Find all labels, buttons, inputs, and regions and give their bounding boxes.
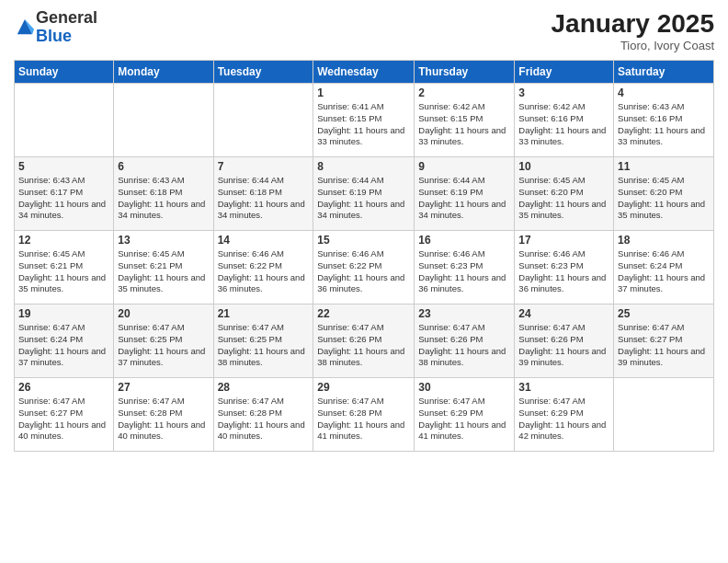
day-info: Sunrise: 6:46 AM Sunset: 6:23 PM Dayligh… [418,248,510,295]
day-info: Sunrise: 6:47 AM Sunset: 6:28 PM Dayligh… [118,396,209,442]
day-cell: 5Sunrise: 6:43 AM Sunset: 6:17 PM Daylig… [15,157,114,231]
day-cell: 4Sunrise: 6:43 AM Sunset: 6:16 PM Daylig… [614,84,714,157]
day-cell: 22Sunrise: 6:47 AM Sunset: 6:26 PM Dayli… [313,304,415,378]
day-cell: 20Sunrise: 6:47 AM Sunset: 6:25 PM Dayli… [114,304,213,378]
day-cell: 17Sunrise: 6:46 AM Sunset: 6:23 PM Dayli… [515,231,614,304]
day-number: 12 [18,234,109,247]
day-cell: 30Sunrise: 6:47 AM Sunset: 6:29 PM Dayli… [415,378,515,452]
day-info: Sunrise: 6:47 AM Sunset: 6:26 PM Dayligh… [317,322,410,369]
day-number: 15 [317,234,410,247]
day-info: Sunrise: 6:45 AM Sunset: 6:20 PM Dayligh… [518,175,609,222]
day-number: 20 [118,307,209,320]
day-cell: 15Sunrise: 6:46 AM Sunset: 6:22 PM Dayli… [313,231,415,304]
day-info: Sunrise: 6:47 AM Sunset: 6:27 PM Dayligh… [618,322,710,369]
day-number: 27 [118,381,209,394]
day-cell: 2Sunrise: 6:42 AM Sunset: 6:15 PM Daylig… [415,84,515,157]
day-info: Sunrise: 6:43 AM Sunset: 6:17 PM Dayligh… [18,175,109,222]
logo-icon [16,17,34,38]
day-number: 25 [618,307,710,320]
day-cell: 3Sunrise: 6:42 AM Sunset: 6:16 PM Daylig… [515,84,614,157]
day-info: Sunrise: 6:45 AM Sunset: 6:20 PM Dayligh… [618,175,710,222]
day-info: Sunrise: 6:46 AM Sunset: 6:23 PM Dayligh… [518,248,609,295]
day-info: Sunrise: 6:47 AM Sunset: 6:29 PM Dayligh… [418,396,510,442]
day-number: 30 [418,381,510,394]
day-number: 29 [317,381,410,394]
day-cell [114,84,213,157]
calendar-header-row: SundayMondayTuesdayWednesdayThursdayFrid… [15,61,714,84]
day-info: Sunrise: 6:47 AM Sunset: 6:27 PM Dayligh… [18,396,109,442]
day-cell [15,84,114,157]
day-cell: 28Sunrise: 6:47 AM Sunset: 6:28 PM Dayli… [213,378,313,452]
day-info: Sunrise: 6:42 AM Sunset: 6:15 PM Dayligh… [418,101,510,148]
day-info: Sunrise: 6:46 AM Sunset: 6:24 PM Dayligh… [618,248,710,295]
day-number: 8 [317,160,410,173]
day-number: 14 [218,234,310,247]
day-cell: 10Sunrise: 6:45 AM Sunset: 6:20 PM Dayli… [515,157,614,231]
day-info: Sunrise: 6:46 AM Sunset: 6:22 PM Dayligh… [317,248,410,295]
day-number: 17 [518,234,609,247]
week-row-1: 1Sunrise: 6:41 AM Sunset: 6:15 PM Daylig… [15,84,714,157]
day-cell: 23Sunrise: 6:47 AM Sunset: 6:26 PM Dayli… [415,304,515,378]
day-info: Sunrise: 6:47 AM Sunset: 6:29 PM Dayligh… [518,396,609,442]
day-cell: 27Sunrise: 6:47 AM Sunset: 6:28 PM Dayli… [114,378,213,452]
day-cell [213,84,313,157]
day-cell: 19Sunrise: 6:47 AM Sunset: 6:24 PM Dayli… [15,304,114,378]
day-cell: 1Sunrise: 6:41 AM Sunset: 6:15 PM Daylig… [313,84,415,157]
logo: General Blue [14,9,97,46]
day-cell: 29Sunrise: 6:47 AM Sunset: 6:28 PM Dayli… [313,378,415,452]
day-cell: 16Sunrise: 6:46 AM Sunset: 6:23 PM Dayli… [415,231,515,304]
day-number: 31 [518,381,609,394]
day-number: 26 [18,381,109,394]
day-number: 16 [418,234,510,247]
day-cell: 8Sunrise: 6:44 AM Sunset: 6:19 PM Daylig… [313,157,415,231]
col-header-wednesday: Wednesday [313,61,415,84]
day-number: 22 [317,307,410,320]
day-cell [614,378,714,452]
month-year: January 2025 [552,9,714,39]
day-cell: 9Sunrise: 6:44 AM Sunset: 6:19 PM Daylig… [415,157,515,231]
day-cell: 31Sunrise: 6:47 AM Sunset: 6:29 PM Dayli… [515,378,614,452]
location: Tioro, Ivory Coast [552,39,714,52]
day-number: 11 [618,160,710,173]
day-info: Sunrise: 6:47 AM Sunset: 6:25 PM Dayligh… [218,322,310,369]
day-info: Sunrise: 6:44 AM Sunset: 6:19 PM Dayligh… [317,175,410,222]
col-header-friday: Friday [515,61,614,84]
day-number: 6 [118,160,209,173]
day-number: 1 [317,86,410,99]
day-number: 18 [618,234,710,247]
day-info: Sunrise: 6:46 AM Sunset: 6:22 PM Dayligh… [218,248,310,295]
page-header: General Blue January 2025 Tioro, Ivory C… [14,9,714,52]
day-number: 4 [618,86,710,99]
day-number: 7 [218,160,310,173]
day-cell: 26Sunrise: 6:47 AM Sunset: 6:27 PM Dayli… [15,378,114,452]
day-number: 5 [18,160,109,173]
day-info: Sunrise: 6:41 AM Sunset: 6:15 PM Dayligh… [317,101,410,148]
week-row-3: 12Sunrise: 6:45 AM Sunset: 6:21 PM Dayli… [15,231,714,304]
day-cell: 21Sunrise: 6:47 AM Sunset: 6:25 PM Dayli… [213,304,313,378]
day-info: Sunrise: 6:47 AM Sunset: 6:26 PM Dayligh… [518,322,609,369]
logo-blue-text: Blue [36,27,72,45]
col-header-tuesday: Tuesday [213,61,313,84]
day-number: 19 [18,307,109,320]
day-info: Sunrise: 6:45 AM Sunset: 6:21 PM Dayligh… [18,248,109,295]
day-number: 9 [418,160,510,173]
day-cell: 14Sunrise: 6:46 AM Sunset: 6:22 PM Dayli… [213,231,313,304]
calendar-table: SundayMondayTuesdayWednesdayThursdayFrid… [14,60,714,452]
day-info: Sunrise: 6:47 AM Sunset: 6:28 PM Dayligh… [218,396,310,442]
week-row-2: 5Sunrise: 6:43 AM Sunset: 6:17 PM Daylig… [15,157,714,231]
day-cell: 24Sunrise: 6:47 AM Sunset: 6:26 PM Dayli… [515,304,614,378]
day-cell: 7Sunrise: 6:44 AM Sunset: 6:18 PM Daylig… [213,157,313,231]
week-row-4: 19Sunrise: 6:47 AM Sunset: 6:24 PM Dayli… [15,304,714,378]
day-info: Sunrise: 6:47 AM Sunset: 6:24 PM Dayligh… [18,322,109,369]
logo-general-text: General [36,8,97,27]
day-info: Sunrise: 6:47 AM Sunset: 6:26 PM Dayligh… [418,322,510,369]
day-info: Sunrise: 6:44 AM Sunset: 6:19 PM Dayligh… [418,175,510,222]
col-header-monday: Monday [114,61,213,84]
title-block: January 2025 Tioro, Ivory Coast [552,9,714,52]
day-cell: 6Sunrise: 6:43 AM Sunset: 6:18 PM Daylig… [114,157,213,231]
day-number: 23 [418,307,510,320]
day-cell: 11Sunrise: 6:45 AM Sunset: 6:20 PM Dayli… [614,157,714,231]
week-row-5: 26Sunrise: 6:47 AM Sunset: 6:27 PM Dayli… [15,378,714,452]
day-info: Sunrise: 6:43 AM Sunset: 6:16 PM Dayligh… [618,101,710,148]
day-info: Sunrise: 6:42 AM Sunset: 6:16 PM Dayligh… [518,101,609,148]
